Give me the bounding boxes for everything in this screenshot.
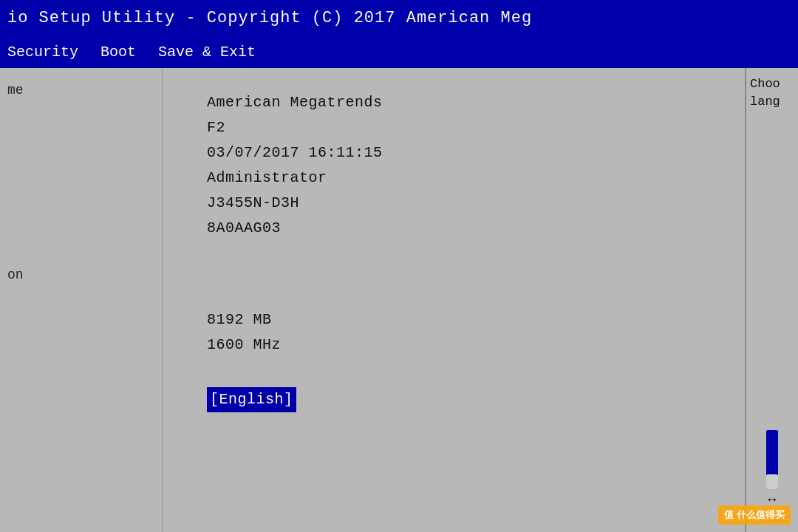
nav-bar: Security Boot Save & Exit: [0, 35, 798, 68]
title-bar: io Setup Utility - Copyright (C) 2017 Am…: [0, 0, 798, 35]
language-value[interactable]: [English]: [207, 387, 296, 412]
watermark: 值 什么值得买: [718, 505, 791, 525]
scrollbar-track[interactable]: [766, 430, 778, 489]
user-label: Administrator: [207, 166, 730, 191]
memory-speed: 1600 MHz: [207, 332, 730, 358]
hint-line-1: Choo lang: [750, 75, 794, 111]
vendor-label: American Megatrends: [207, 90, 730, 115]
bios-info-block: American Megatrends F2 03/07/2017 16:11:…: [207, 90, 730, 241]
build-label: 8A0AAG03: [207, 216, 730, 241]
left-label-2: on: [7, 267, 154, 282]
bios-key: F2: [207, 115, 730, 140]
datetime: 03/07/2017 16:11:15: [207, 140, 730, 166]
nav-boot[interactable]: Boot: [100, 44, 136, 61]
title-text: io Setup Utility - Copyright (C) 2017 Am…: [7, 9, 532, 27]
model-label: J3455N-D3H: [207, 191, 730, 216]
memory-block: 8192 MB 1600 MHz: [207, 307, 730, 358]
select-arrow-icon: ↔: [768, 492, 777, 507]
nav-save-exit[interactable]: Save & Exit: [158, 44, 256, 61]
center-content: American Megatrends F2 03/07/2017 16:11:…: [163, 68, 745, 532]
main-area: me on American Megatrends F2 03/07/2017 …: [0, 68, 798, 532]
memory-size: 8192 MB: [207, 307, 730, 332]
right-sidebar: Choo lang ↔ ↑↓: [745, 68, 798, 532]
left-sidebar: me on: [0, 68, 163, 532]
scroll-thumb[interactable]: [766, 474, 778, 489]
left-label-1: me: [7, 83, 154, 98]
language-block: [English]: [207, 387, 730, 412]
nav-security[interactable]: Security: [7, 44, 78, 61]
